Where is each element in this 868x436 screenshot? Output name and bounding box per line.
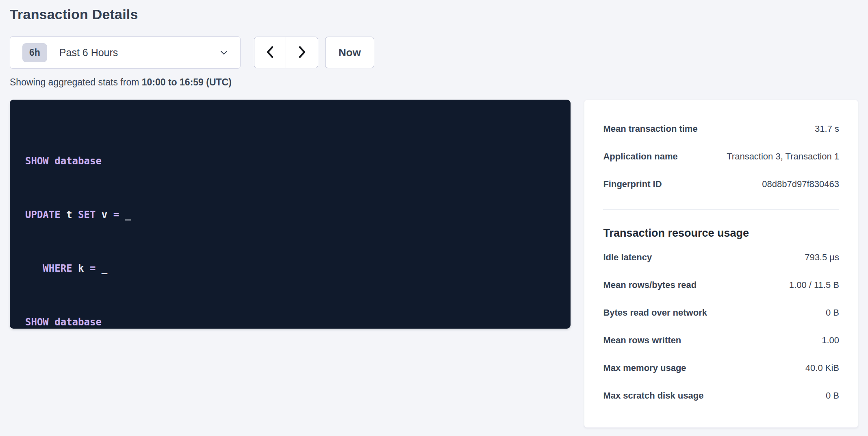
stat-row-idle-latency: Idle latency 793.5 µs [603,244,839,271]
stat-label: Mean transaction time [603,124,697,134]
stat-value: 1.00 [822,335,839,346]
aggregated-stats-summary: Showing aggregated stats from 10:00 to 1… [10,77,858,88]
stat-label: Application name [603,151,677,162]
sql-line: SHOW database [25,313,555,331]
stat-value: Transaction 3, Transaction 1 [727,151,839,162]
panel-divider [603,209,839,210]
stat-label: Mean rows/bytes read [603,280,697,290]
transaction-summary-panel: Mean transaction time 31.7 s Application… [584,100,858,428]
time-toolbar: 6h Past 6 Hours [10,36,858,69]
sql-line: UPDATE t SET v = _ [25,206,555,224]
stat-label: Max scratch disk usage [603,390,703,401]
sql-line: WHERE k = _ [25,259,555,277]
now-button[interactable]: Now [325,37,374,68]
time-window-nav [254,37,318,68]
stat-label: Bytes read over network [603,307,707,318]
stat-label: Idle latency [603,252,652,263]
stat-value: 40.0 KiB [805,363,839,373]
stat-value: 08d8b7d97f830463 [762,179,839,190]
time-range-dropdown[interactable]: 6h Past 6 Hours [10,36,241,69]
stat-value: 793.5 µs [805,252,839,263]
stat-row-fingerprint-id: Fingerprint ID 08d8b7d97f830463 [603,170,839,198]
stat-row-max-memory-usage: Max memory usage 40.0 KiB [603,354,839,382]
stat-label: Fingerprint ID [603,179,662,190]
stat-row-max-scratch-disk-usage: Max scratch disk usage 0 B [603,382,839,410]
chevron-left-icon [264,45,276,60]
chevron-right-icon [296,45,308,60]
stat-row-mean-transaction-time: Mean transaction time 31.7 s [603,115,839,143]
stat-row-mean-rows-bytes-read: Mean rows/bytes read 1.00 / 11.5 B [603,271,839,299]
main-content: SHOW database UPDATE t SET v = _ WHERE k… [10,100,858,428]
summary-prefix: Showing aggregated stats from [10,77,142,87]
stat-value: 0 B [826,390,839,401]
previous-time-window-button[interactable] [254,37,286,68]
time-range-selected-label: Past 6 Hours [59,47,118,59]
transaction-details-page: Transaction Details 6h Past 6 Hours [0,0,868,436]
time-range-badge: 6h [22,43,47,62]
stat-label: Mean rows written [603,335,681,346]
next-time-window-button[interactable] [286,37,318,68]
stat-row-application-name: Application name Transaction 3, Transact… [603,143,839,170]
stat-value: 0 B [826,307,839,318]
page-title: Transaction Details [10,7,858,22]
sql-line: SHOW database [25,152,555,170]
sql-statement-box: SHOW database UPDATE t SET v = _ WHERE k… [10,100,571,329]
stat-row-bytes-read-over-network: Bytes read over network 0 B [603,299,839,327]
stat-row-mean-rows-written: Mean rows written 1.00 [603,327,839,354]
stat-value: 31.7 s [815,124,839,134]
stat-value: 1.00 / 11.5 B [789,280,839,290]
stat-label: Max memory usage [603,363,686,373]
summary-range: 10:00 to 16:59 (UTC) [142,77,232,87]
resource-usage-section-title: Transaction resource usage [603,227,839,240]
chevron-down-icon [219,48,229,57]
